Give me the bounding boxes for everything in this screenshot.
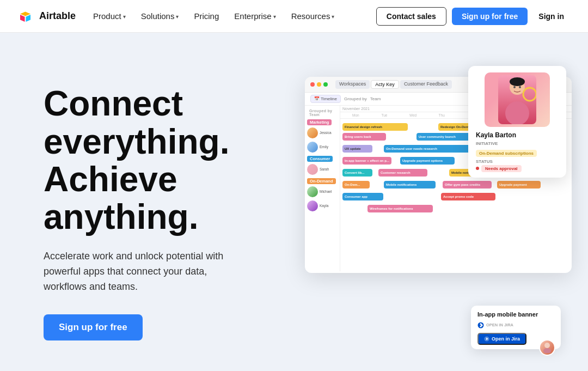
status-label: STATUS (476, 159, 559, 164)
bar-bring-users: Bring users back (342, 133, 386, 141)
mockup-tabs: Workspaces Acty Key Customer Feedback (335, 80, 452, 89)
jira-open-label: OPEN IN JIRA (486, 323, 513, 327)
status-dot-icon (476, 167, 479, 170)
chevron-down-icon: ▾ (176, 14, 179, 20)
chevron-down-icon: ▾ (273, 14, 276, 20)
maximize-dot (323, 82, 328, 87)
consumer-tag: Consumer (307, 156, 333, 162)
jira-avatar-1 (539, 339, 555, 356)
bar-convert: Convert lib... (342, 169, 372, 177)
hero-subtext: Accelerate work and unlock potential wit… (44, 249, 240, 295)
logo[interactable]: Airtable (17, 8, 76, 25)
chevron-down-icon: ▾ (123, 14, 126, 20)
nav-resources-label: Resources (291, 11, 330, 21)
signup-nav-button[interactable]: Sign up for free (452, 8, 528, 25)
nav-product-label: Product (93, 11, 121, 21)
hero-mockup: Kayla Barton INITIATIVE On-Demand subscr… (294, 60, 555, 366)
hero-left: Connect everything. Achieve anything. Ac… (44, 85, 272, 340)
open-in-jira-button[interactable]: Open in Jira (477, 333, 526, 345)
timeline-labels: Grouped byTeam Marketing Jessica Emily C… (305, 106, 340, 271)
team-member-4: Michael (307, 185, 338, 199)
bar-financial-design: Financial design refresh (342, 123, 408, 131)
nav-pricing-label: Pricing (194, 11, 219, 21)
jira-open-row: OPEN IN JIRA (477, 322, 554, 329)
hero-section: Connect everything. Achieve anything. Ac… (0, 33, 588, 371)
hero-heading: Connect everything. Achieve anything. (44, 85, 272, 235)
grouped-by-label: Grouped by (344, 96, 367, 101)
jira-card-title: In-app mobile banner (477, 311, 554, 318)
tab-workspaces[interactable]: Workspaces (335, 80, 370, 89)
svg-point-11 (543, 348, 551, 353)
bar-customer-research: Customer research (378, 169, 427, 177)
jira-btn-icon (484, 336, 489, 342)
group-label: Grouped byTeam (307, 108, 338, 118)
svg-point-5 (513, 86, 516, 88)
nav-pricing[interactable]: Pricing (187, 8, 225, 24)
person-silhouette-icon (498, 75, 536, 124)
tab-customer-feedback[interactable]: Customer Feedback (400, 80, 452, 89)
tab-acty-key[interactable]: Acty Key (371, 80, 399, 89)
team-member-5: Kayla (307, 199, 338, 213)
bar-consumer-app: Consumer app (342, 193, 383, 200)
signin-button[interactable]: Sign in (532, 8, 571, 25)
bar-wireframes: Wireframes for notifications (367, 205, 433, 212)
jira-avatars (539, 339, 555, 356)
contact-sales-button[interactable]: Contact sales (376, 7, 446, 26)
person-name: Kayla Barton (476, 131, 559, 139)
nav-product[interactable]: Product ▾ (87, 8, 132, 24)
bar-ux-update: UX update (342, 145, 372, 153)
jira-card: In-app mobile banner OPEN IN JIRA Open i… (471, 306, 561, 349)
window-controls (310, 82, 328, 87)
avatar-4 (307, 186, 318, 197)
jira-icon (477, 322, 484, 329)
chevron-down-icon: ▾ (332, 14, 334, 20)
avatar-1 (307, 127, 318, 138)
bar-accept-promo: Accept promo code (441, 193, 495, 200)
close-dot (310, 82, 315, 87)
team-member-3: Sarah (307, 162, 338, 177)
initiative-badge: On-Demand subscriptions (476, 150, 537, 157)
grouped-by-value: Team (370, 96, 381, 101)
nav-solutions-label: Solutions (141, 11, 175, 21)
svg-point-4 (505, 101, 529, 124)
svg-rect-0 (17, 8, 35, 25)
minimize-dot (317, 82, 321, 87)
marketing-tag: Marketing (307, 119, 332, 125)
nav-resources[interactable]: Resources ▾ (285, 8, 341, 24)
person-photo (485, 72, 550, 127)
nav-solutions[interactable]: Solutions ▾ (134, 8, 186, 24)
nav-enterprise-label: Enterprise (234, 11, 271, 21)
nav-enterprise[interactable]: Enterprise ▾ (228, 8, 282, 24)
svg-point-3 (510, 77, 525, 86)
team-member-1: Jessica (307, 126, 338, 140)
initiative-label: INITIATIVE (476, 141, 559, 146)
svg-point-10 (544, 343, 550, 348)
status-badge: Needs approval (481, 165, 522, 172)
team-member-2: Emily (307, 140, 338, 154)
jira-btn-label: Open in Jira (492, 336, 520, 342)
bar-offer-gym: Offer gym pass credits (443, 181, 492, 188)
bar-upgrade-pay: Upgrade payment (497, 181, 541, 188)
bar-mobile-notif2: Mobile notifications (384, 181, 436, 188)
status-row: Needs approval (476, 165, 559, 172)
bar-on-demand-small: On-Dem... (342, 181, 370, 188)
signup-hero-button[interactable]: Sign up for free (44, 314, 143, 340)
logo-text: Airtable (39, 10, 76, 22)
svg-point-6 (519, 86, 521, 88)
ondemand-tag: On-Demand (307, 178, 336, 184)
avatar-silhouette-icon (543, 342, 552, 353)
view-btn[interactable]: 📅 Timeline (310, 95, 341, 103)
navbar: Airtable Product ▾ Solutions ▾ Pricing E… (0, 0, 588, 33)
avatar-3 (307, 164, 318, 175)
person-card: Kayla Barton INITIATIVE On-Demand subscr… (468, 66, 566, 178)
bar-upgrade-payment: Upgrade payment options (400, 157, 455, 165)
avatar-5 (307, 200, 318, 211)
airtable-logo-icon (17, 8, 35, 25)
avatar-2 (307, 142, 318, 153)
bar-in-app-banner: In-app banner + effect on p... (342, 157, 391, 165)
